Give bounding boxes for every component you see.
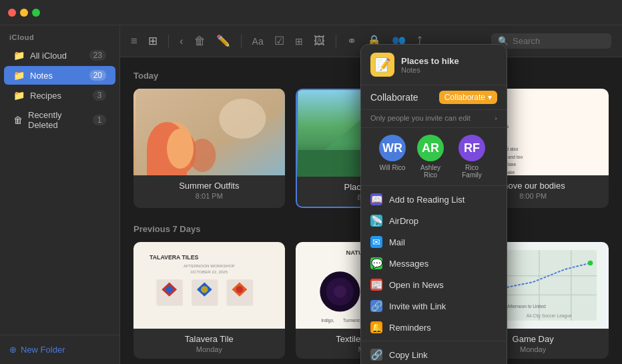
fullscreen-button[interactable] (32, 9, 40, 17)
svg-rect-2 (156, 129, 196, 175)
checklist-button[interactable]: ☑ (274, 34, 284, 48)
menu-item-mail[interactable]: ✉ Mail (361, 231, 507, 253)
share-menu-section: 📖 Add to Reading List 📡 AirDrop ✉ Mail 💬… (361, 186, 507, 364)
permission-text: Only people you invite can edit (370, 114, 471, 122)
folder-icon: 📁 (13, 90, 25, 101)
avatar-circle: RF (458, 135, 485, 161)
popup-note-subtitle: Notes (401, 66, 459, 74)
collaborate-row: Collaborate Collaborate ▾ (361, 85, 507, 110)
main-layout: iCloud 📁 All iCloud 23 📁 Notes 20 📁 Reci… (0, 25, 622, 364)
menu-item-label: Mail (389, 237, 405, 247)
menu-item-copy-link[interactable]: 🔗 Copy Link (361, 344, 507, 364)
new-folder-label: New Folder (21, 345, 65, 355)
title-bar (0, 0, 622, 25)
menu-item-reminders[interactable]: 🔔 Reminders (361, 317, 507, 338)
sidebar-item-recently-deleted[interactable]: 🗑 Recently Deleted 1 (4, 106, 115, 134)
popup-header-text: Places to hike Notes (401, 56, 459, 74)
copy-link-icon: 🔗 (370, 349, 382, 361)
avatar-name: Rico Family (455, 164, 489, 179)
avatar-item-will-rico[interactable]: WR Will Rico (379, 135, 406, 179)
collaborate-label: Collaborate (370, 92, 418, 103)
list-view-button[interactable]: ≡ (131, 35, 137, 48)
mail-icon: ✉ (370, 236, 382, 248)
svg-text:Afternoon to United: Afternoon to United (507, 304, 546, 309)
collaborate-select[interactable]: Collaborate ▾ (439, 91, 497, 104)
format-button[interactable]: Aa (252, 36, 264, 47)
sidebar-item-count: 1 (93, 115, 106, 125)
sidebar-item-label: All iCloud (30, 51, 84, 61)
menu-item-label: Reminders (389, 323, 431, 333)
sidebar-item-all-icloud[interactable]: 📁 All iCloud 23 (4, 46, 115, 65)
minimize-button[interactable] (20, 9, 28, 17)
card-time: 8:01 PM (140, 192, 278, 200)
popup-note-icon: 📝 (370, 53, 394, 77)
grid-view-button[interactable]: ⊞ (148, 34, 158, 48)
avatar-circle: WR (379, 135, 406, 161)
sidebar-item-notes[interactable]: 📁 Notes 20 (4, 66, 115, 85)
svg-text:Turmeric: Turmeric (343, 318, 360, 323)
menu-item-invite-with-link[interactable]: 🔗 Invite with Link (361, 295, 507, 317)
search-input[interactable] (513, 36, 606, 46)
toolbar-divider-3 (336, 35, 336, 48)
collaborate-select-label: Collaborate (444, 93, 485, 102)
toolbar-divider-2 (241, 35, 242, 48)
media-button[interactable]: 🖼 (314, 35, 325, 48)
menu-item-add-reading-list[interactable]: 📖 Add to Reading List (361, 189, 507, 210)
svg-point-29 (201, 286, 208, 293)
avatar-initials: RF (464, 141, 480, 155)
invite-link-icon: 🔗 (370, 300, 382, 312)
trash-icon: 🗑 (13, 115, 23, 125)
folder-icon: 📁 (13, 70, 25, 81)
menu-item-label: Invite with Link (389, 301, 446, 311)
edit-permission[interactable]: Only people you invite can edit › (361, 110, 507, 128)
link-button[interactable]: ⚭ (347, 34, 356, 48)
sidebar-item-recipes[interactable]: 📁 Recipes 3 (4, 86, 115, 105)
svg-point-32 (236, 286, 244, 293)
svg-point-3 (159, 122, 192, 169)
svg-point-52 (588, 261, 593, 266)
note-card-summer-outfits[interactable]: Summer Outfits 8:01 PM (133, 89, 285, 208)
avatar-item-ashley-rico[interactable]: AR Ashley Rico (414, 135, 447, 179)
svg-point-1 (219, 99, 266, 139)
menu-item-label: Messages (389, 259, 428, 269)
sidebar-item-label: Recently Deleted (28, 110, 87, 130)
svg-point-37 (334, 285, 346, 298)
avatar-name: Ashley Rico (414, 164, 447, 179)
avatar-initials: AR (422, 141, 439, 155)
menu-item-label: AirDrop (389, 216, 418, 226)
compose-button[interactable]: ✏️ (216, 34, 230, 48)
share-popup: 📝 Places to hike Notes Collaborate Colla… (360, 44, 507, 364)
new-folder-button[interactable]: ⊕ New Folder (4, 341, 115, 359)
back-button[interactable]: ‹ (180, 35, 184, 48)
search-bar[interactable]: 🔍 (491, 33, 611, 49)
news-icon: 📰 (370, 279, 382, 291)
popup-note-title: Places to hike (401, 56, 459, 66)
talavera-image: TALAVERA TILES AFTERNOON WORKSHOP OCTOBE… (133, 242, 285, 329)
delete-button[interactable]: 🗑 (194, 35, 206, 48)
toolbar-divider (168, 35, 169, 48)
menu-item-open-in-news[interactable]: 📰 Open in News (361, 274, 507, 295)
menu-divider (361, 341, 507, 341)
svg-point-4 (189, 139, 216, 172)
svg-text:All-City Soccer League: All-City Soccer League (527, 313, 572, 319)
sidebar-item-count: 3 (93, 90, 106, 101)
menu-item-label: Open in News (389, 280, 444, 290)
chevron-right-icon: › (495, 114, 497, 122)
card-time: Monday (140, 345, 278, 353)
plus-icon: ⊕ (9, 345, 17, 355)
note-card-talavera-tile[interactable]: TALAVERA TILES AFTERNOON WORKSHOP OCTOBE… (133, 242, 285, 359)
reading-list-icon: 📖 (370, 193, 382, 205)
svg-point-26 (166, 286, 173, 293)
close-button[interactable] (8, 9, 16, 17)
messages-icon: 💬 (370, 257, 382, 269)
chevron-down-icon: ▾ (488, 93, 492, 102)
table-button[interactable]: ⊞ (295, 36, 303, 47)
card-body: Summer Outfits 8:01 PM (133, 175, 285, 205)
avatar-item-rico-family[interactable]: RF Rico Family (455, 135, 489, 179)
sidebar-item-label: Notes (30, 71, 84, 81)
menu-item-label: Copy Link (389, 350, 428, 360)
menu-item-airdrop[interactable]: 📡 AirDrop (361, 210, 507, 231)
menu-item-messages[interactable]: 💬 Messages (361, 253, 507, 274)
airdrop-icon: 📡 (370, 215, 382, 227)
svg-text:AFTERNOON WORKSHOP: AFTERNOON WORKSHOP (184, 263, 235, 268)
